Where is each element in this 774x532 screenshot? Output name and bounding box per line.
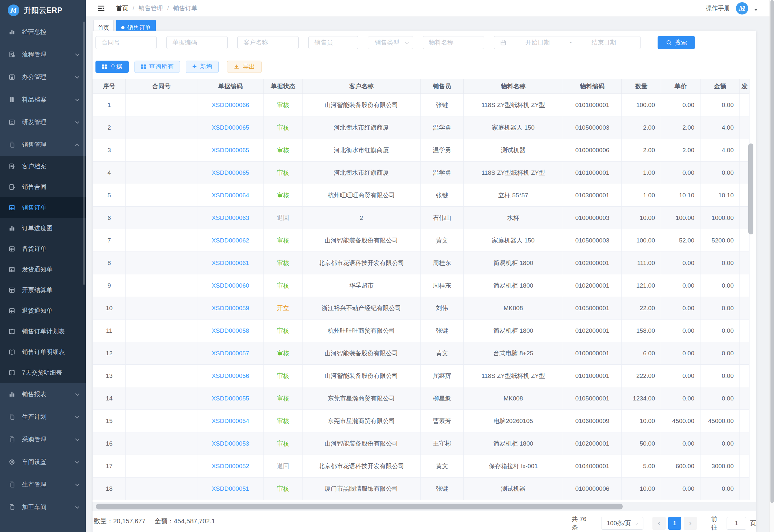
page-size-select[interactable]: 100条/页 bbox=[601, 517, 643, 530]
pagination: 共 76 条 100条/页 ‹ 1 › 前往 页 bbox=[572, 515, 756, 532]
topbar: 首页 / 销售管理 / 销售订单 操作手册 M bbox=[86, 0, 774, 17]
order-code-link[interactable]: XSDD000066 bbox=[212, 102, 249, 108]
avatar[interactable]: M bbox=[736, 2, 748, 15]
page-number-1[interactable]: 1 bbox=[668, 517, 681, 530]
cell-material-code: 0105000001 bbox=[563, 387, 622, 410]
contract-no-input[interactable] bbox=[95, 36, 157, 49]
cell-material-code: 0100000003 bbox=[563, 207, 622, 229]
sidebar-scrollbar-thumb[interactable] bbox=[83, 22, 85, 285]
table-row: 5XSDD000064审核杭州旺旺旺商贸有限公司张键立柱 55*57010300… bbox=[93, 184, 749, 207]
manual-link[interactable]: 操作手册 bbox=[706, 4, 730, 13]
sidebar-item-rd-mgmt[interactable]: 研发管理 bbox=[0, 111, 86, 133]
cell-salesman: 张键 bbox=[421, 184, 464, 207]
calendar-icon bbox=[500, 39, 507, 46]
cell-material-code: 0102000001 bbox=[563, 432, 622, 455]
order-code-link[interactable]: XSDD000054 bbox=[212, 418, 249, 424]
sidebar-item-workshop-settings[interactable]: 车间设置 bbox=[0, 451, 86, 473]
sidebar-item-processing-workshop[interactable]: 加工车间 bbox=[0, 496, 86, 518]
sidebar-item-stock-order[interactable]: 备货订单 bbox=[0, 239, 86, 259]
breadcrumb-sales-mgmt[interactable]: 销售管理 bbox=[138, 4, 163, 13]
cell-contract-no bbox=[126, 274, 197, 297]
page-scrollbar-thumb[interactable] bbox=[770, 0, 774, 503]
order-code-link[interactable]: XSDD000064 bbox=[212, 192, 249, 199]
sidebar-item-sales-report[interactable]: 销售报表 bbox=[0, 383, 86, 406]
start-date-placeholder: 开始日期 bbox=[507, 38, 568, 47]
salesman-input[interactable] bbox=[308, 36, 358, 49]
cell-contract-no bbox=[126, 139, 197, 162]
order-code-link[interactable]: XSDD000061 bbox=[212, 260, 249, 266]
next-page-button[interactable]: › bbox=[684, 517, 697, 530]
sale-type-select[interactable]: 销售类型 bbox=[368, 36, 413, 49]
table-horizontal-scrollbar-thumb[interactable] bbox=[96, 504, 623, 509]
cell-price: 2.00 bbox=[661, 116, 700, 139]
sidebar-item-sales-mgmt[interactable]: 销售管理 bbox=[0, 133, 86, 156]
cell-order-code: XSDD000059 bbox=[197, 297, 264, 320]
table-row: 6XSDD000063退回2石伟山水杯010000000310.00100.00… bbox=[93, 207, 749, 229]
sidebar-item-invoice-settlement[interactable]: 开票结算单 bbox=[0, 280, 86, 300]
sidebar-item-delivery-7day[interactable]: 7天交货明细表 bbox=[0, 362, 86, 383]
customer-input[interactable] bbox=[237, 36, 299, 49]
order-code-link[interactable]: XSDD000065 bbox=[212, 124, 249, 131]
material-input[interactable] bbox=[423, 36, 484, 49]
search-button[interactable]: 搜索 bbox=[658, 36, 695, 49]
sidebar-item-customer-archive[interactable]: 客户档案 bbox=[0, 156, 86, 177]
order-code-link[interactable]: XSDD000052 bbox=[212, 463, 249, 469]
tag-active-dot bbox=[121, 26, 124, 29]
cell-customer: 山河智能装备股份有限公司 bbox=[303, 94, 421, 116]
cell-extra bbox=[740, 229, 749, 252]
order-code-link[interactable]: XSDD000055 bbox=[212, 395, 249, 402]
order-code-link[interactable]: XSDD000063 bbox=[212, 214, 249, 221]
order-code-link[interactable]: XSDD000051 bbox=[212, 485, 249, 492]
sidebar-item-sales-contract[interactable]: 销售合同 bbox=[0, 177, 86, 197]
cell-contract-no bbox=[126, 229, 197, 252]
cell-amount: 4.00 bbox=[700, 116, 740, 139]
order-code-link[interactable]: XSDD000058 bbox=[212, 327, 249, 334]
sidebar-item-sales-order-detail[interactable]: 销售订单明细表 bbox=[0, 342, 86, 362]
sidebar-item-production-plan[interactable]: 生产计划 bbox=[0, 406, 86, 428]
sidebar-item-sales-order-plan[interactable]: 销售订单计划表 bbox=[0, 321, 86, 342]
sidebar-item-purchase-mgmt[interactable]: 采购管理 bbox=[0, 428, 86, 451]
docs-button[interactable]: 单据 bbox=[95, 61, 129, 73]
order-code-link[interactable]: XSDD000059 bbox=[212, 305, 249, 311]
goto-page-input[interactable] bbox=[727, 517, 746, 530]
sidebar-item-office-mgmt[interactable]: 办公管理 bbox=[0, 66, 86, 88]
add-button[interactable]: + 新增 bbox=[186, 61, 219, 73]
order-code-input[interactable] bbox=[166, 36, 228, 49]
prev-page-button[interactable]: ‹ bbox=[652, 517, 666, 530]
sidebar-item-business-overview[interactable]: 经营总控 bbox=[0, 21, 86, 43]
sidebar-item-sales-order[interactable]: 销售订单 bbox=[0, 197, 86, 218]
column-header-0: 序号 bbox=[93, 79, 126, 94]
cell-status: 审核 bbox=[264, 162, 303, 184]
order-code-link[interactable]: XSDD000056 bbox=[212, 372, 249, 379]
order-code-link[interactable]: XSDD000065 bbox=[212, 169, 249, 176]
order-code-link[interactable]: XSDD000053 bbox=[212, 440, 249, 447]
cell-price: 0.00 bbox=[661, 162, 700, 184]
query-all-button[interactable]: 查询所有 bbox=[134, 61, 180, 73]
caret-down-icon[interactable] bbox=[754, 9, 758, 11]
cell-salesman: 王守彬 bbox=[421, 432, 464, 455]
sidebar-item-return-notice[interactable]: 退货通知单 bbox=[0, 300, 86, 321]
status-badge: 审核 bbox=[277, 192, 289, 199]
cell-salesman: 温学勇 bbox=[421, 162, 464, 184]
sidebar-item-shipping-notice[interactable]: 发货通知单 bbox=[0, 259, 86, 280]
sidebar-item-label: 销售订单 bbox=[22, 203, 46, 212]
order-code-link[interactable]: XSDD000060 bbox=[212, 282, 249, 289]
cell-qty: 222.00 bbox=[622, 365, 661, 387]
cell-contract-no bbox=[126, 162, 197, 184]
collapse-sidebar-icon[interactable] bbox=[97, 5, 105, 12]
sidebar-item-order-progress[interactable]: 订单进度图 bbox=[0, 218, 86, 239]
cell-contract-no bbox=[126, 207, 197, 229]
cell-qty: 100.00 bbox=[622, 94, 661, 116]
order-code-link[interactable]: XSDD000065 bbox=[212, 147, 249, 153]
order-code-link[interactable]: XSDD000057 bbox=[212, 350, 249, 357]
export-button[interactable]: 导出 bbox=[227, 61, 262, 73]
sidebar-item-production-mgmt[interactable]: 生产管理 bbox=[0, 473, 86, 496]
chevron-down-icon bbox=[75, 52, 79, 56]
order-code-link[interactable]: XSDD000062 bbox=[212, 237, 249, 244]
table-vertical-scrollbar-thumb[interactable] bbox=[748, 143, 753, 234]
logo-icon: M bbox=[8, 5, 19, 16]
sidebar-item-process-mgmt[interactable]: 流程管理 bbox=[0, 43, 86, 66]
sidebar-item-material-archive[interactable]: 料品档案 bbox=[0, 88, 86, 111]
date-range-picker[interactable]: 开始日期 - 结束日期 bbox=[494, 36, 641, 49]
breadcrumb-home[interactable]: 首页 bbox=[116, 4, 128, 13]
